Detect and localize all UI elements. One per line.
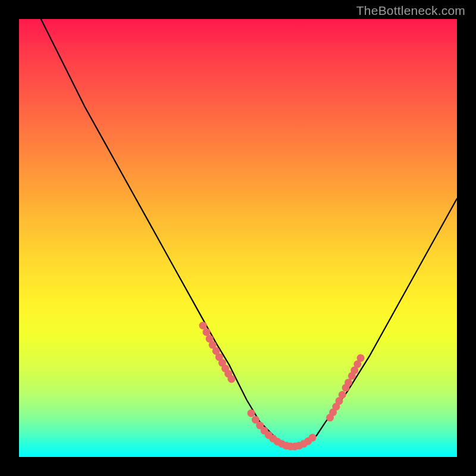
- plot-area: [19, 19, 457, 457]
- data-point-marker: [248, 409, 255, 417]
- watermark-text: TheBottleneck.com: [356, 4, 465, 18]
- data-point-marker: [357, 354, 365, 362]
- bottleneck-curve: [41, 19, 457, 448]
- chart-stage: TheBottleneck.com: [0, 0, 476, 476]
- data-point-marker: [203, 328, 211, 336]
- chart-svg: [19, 19, 457, 457]
- data-point-marker: [228, 375, 236, 383]
- data-point-marker: [345, 378, 352, 386]
- data-point-marker: [199, 322, 207, 330]
- data-point-marker: [339, 391, 346, 399]
- data-point-marker: [309, 434, 317, 441]
